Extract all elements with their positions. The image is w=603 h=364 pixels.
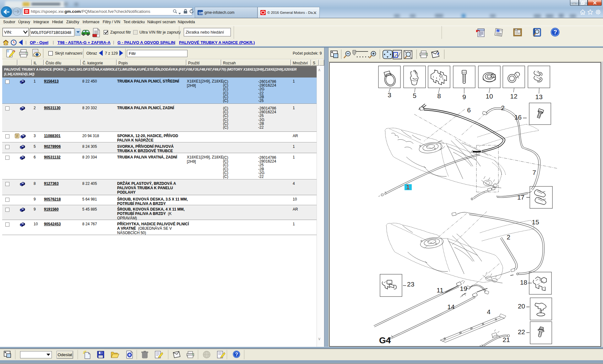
- svg-text:16: 16: [514, 114, 522, 121]
- svg-text:18: 18: [520, 279, 527, 286]
- svg-text:21: 21: [503, 336, 510, 343]
- svg-text:17: 17: [517, 194, 524, 201]
- svg-text:23: 23: [407, 281, 414, 288]
- svg-text:2: 2: [501, 104, 505, 111]
- svg-text:3: 3: [388, 91, 391, 99]
- svg-text:1: 1: [406, 183, 410, 190]
- svg-text:2: 2: [507, 233, 510, 241]
- svg-text:8: 8: [437, 92, 441, 99]
- svg-text:GM: GM: [198, 11, 203, 14]
- svg-text:22: 22: [518, 328, 525, 335]
- svg-text:11: 11: [437, 286, 443, 294]
- svg-text:10: 10: [486, 93, 493, 100]
- svg-text:G4: G4: [379, 335, 391, 345]
- svg-text:15: 15: [532, 218, 539, 226]
- svg-text:4: 4: [487, 308, 491, 315]
- svg-text:20: 20: [518, 302, 525, 310]
- svg-text:5: 5: [413, 92, 416, 99]
- svg-text:13: 13: [535, 93, 542, 100]
- svg-text:6: 6: [467, 106, 471, 114]
- svg-text:12: 12: [510, 93, 517, 100]
- svg-text:9: 9: [462, 93, 466, 100]
- svg-text:19: 19: [460, 285, 467, 292]
- svg-text:14: 14: [447, 303, 455, 310]
- svg-text:7: 7: [532, 169, 536, 176]
